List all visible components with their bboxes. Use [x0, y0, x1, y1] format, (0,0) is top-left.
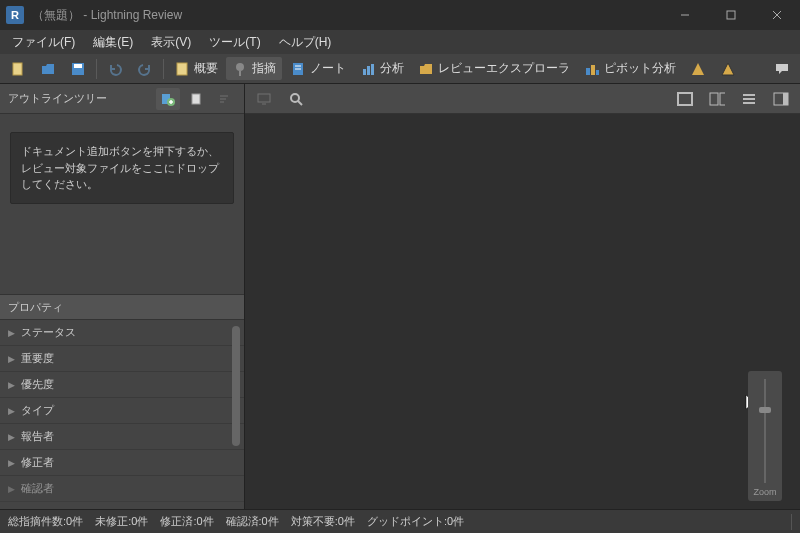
analysis-button[interactable]: 分析: [354, 57, 410, 80]
warning2-button[interactable]: [714, 58, 742, 80]
outline-body[interactable]: ドキュメント追加ボタンを押下するか、レビュー対象ファイルをここにドロップしてくだ…: [0, 114, 244, 294]
split-h-icon: [709, 91, 725, 107]
monitor-button[interactable]: [251, 88, 277, 110]
review-explorer-label: レビューエクスプローラ: [438, 60, 570, 77]
folder-icon: [418, 61, 434, 77]
content-toolbar: [245, 84, 800, 114]
window-title: （無題） - Lightning Review: [32, 7, 662, 24]
chart-icon: [360, 61, 376, 77]
content-area: Zoom: [245, 84, 800, 509]
separator: [163, 59, 164, 79]
pivot-button[interactable]: ピボット分析: [578, 57, 682, 80]
pivot-label: ピボット分析: [604, 60, 676, 77]
prop-fixer[interactable]: ▶修正者: [0, 450, 244, 476]
overview-button[interactable]: 概要: [168, 57, 224, 80]
svg-rect-13: [363, 69, 366, 75]
outline-sort-button[interactable]: [212, 88, 236, 110]
minimize-button[interactable]: [662, 0, 708, 30]
prop-type[interactable]: ▶タイプ: [0, 398, 244, 424]
warning-icon: [690, 61, 706, 77]
fullscreen-icon: [677, 91, 693, 107]
menu-view[interactable]: 表示(V): [143, 31, 199, 54]
chat-button[interactable]: [768, 58, 796, 80]
svg-line-30: [298, 101, 302, 105]
prop-status[interactable]: ▶ステータス: [0, 320, 244, 346]
document-icon: [174, 61, 190, 77]
list-icon: [741, 91, 757, 107]
review-explorer-button[interactable]: レビューエクスプローラ: [412, 57, 576, 80]
open-button[interactable]: [34, 58, 62, 80]
search-button[interactable]: [283, 88, 309, 110]
outline-add-button[interactable]: [156, 88, 180, 110]
app-icon: R: [6, 6, 24, 24]
main-area: アウトラインツリー ドキュメント追加ボタンを押下するか、レビュー対象ファイルをこ…: [0, 84, 800, 509]
redo-icon: [137, 61, 153, 77]
menu-help[interactable]: ヘルプ(H): [271, 31, 340, 54]
panel-right-icon: [773, 91, 789, 107]
menu-tool[interactable]: ツール(T): [201, 31, 268, 54]
new-button[interactable]: [4, 58, 32, 80]
status-separator: [791, 514, 792, 530]
zoom-thumb[interactable]: [759, 407, 771, 413]
prop-confirmer[interactable]: ▶確認者: [0, 476, 244, 502]
svg-rect-15: [371, 64, 374, 75]
svg-rect-7: [177, 63, 187, 75]
menu-file[interactable]: ファイル(F): [4, 31, 83, 54]
folder-open-icon: [40, 61, 56, 77]
pin-icon: [232, 61, 248, 77]
props-header: プロパティ: [0, 294, 244, 320]
status-good: グッドポイント:0件: [367, 514, 464, 529]
titlebar: R （無題） - Lightning Review: [0, 0, 800, 30]
list-view-button[interactable]: [736, 88, 762, 110]
status-total: 総指摘件数:0件: [8, 514, 83, 529]
maximize-button[interactable]: [708, 0, 754, 30]
note-label: ノート: [310, 60, 346, 77]
scrollbar-thumb[interactable]: [232, 326, 240, 446]
svg-rect-1: [727, 11, 735, 19]
prop-severity[interactable]: ▶重要度: [0, 346, 244, 372]
prop-label: 優先度: [21, 377, 54, 392]
close-button[interactable]: [754, 0, 800, 30]
prop-priority[interactable]: ▶優先度: [0, 372, 244, 398]
prop-reporter[interactable]: ▶報告者: [0, 424, 244, 450]
menubar: ファイル(F) 編集(E) 表示(V) ツール(T) ヘルプ(H): [0, 30, 800, 54]
svg-point-8: [236, 63, 244, 71]
fullscreen-button[interactable]: [672, 88, 698, 110]
svg-rect-16: [586, 68, 590, 75]
split-h-button[interactable]: [704, 88, 730, 110]
prop-label: 重要度: [21, 351, 54, 366]
chat-icon: [774, 61, 790, 77]
svg-rect-31: [678, 93, 692, 105]
svg-rect-38: [783, 93, 788, 105]
prop-label: 修正者: [21, 455, 54, 470]
warning2-icon: [720, 61, 736, 77]
drop-hint: ドキュメント追加ボタンを押下するか、レビュー対象ファイルをここにドロップしてくだ…: [10, 132, 234, 204]
warning-button[interactable]: [684, 58, 712, 80]
sidebar: アウトラインツリー ドキュメント追加ボタンを押下するか、レビュー対象ファイルをこ…: [0, 84, 245, 509]
prop-label: ステータス: [21, 325, 76, 340]
save-button[interactable]: [64, 58, 92, 80]
zoom-slider[interactable]: Zoom: [748, 371, 782, 501]
outline-doc-button[interactable]: [184, 88, 208, 110]
panel-right-button[interactable]: [768, 88, 794, 110]
caret-icon: ▶: [8, 484, 15, 494]
undo-button[interactable]: [101, 58, 129, 80]
prop-label: 報告者: [21, 429, 54, 444]
svg-rect-18: [596, 70, 599, 75]
zoom-track[interactable]: [764, 379, 766, 483]
svg-rect-33: [720, 93, 725, 105]
svg-rect-4: [13, 63, 22, 75]
undo-icon: [107, 61, 123, 77]
caret-icon: ▶: [8, 406, 15, 416]
prop-label: 確認者: [21, 481, 54, 496]
statusbar: 総指摘件数:0件 未修正:0件 修正済:0件 確認済:0件 対策不要:0件 グッ…: [0, 509, 800, 533]
redo-button[interactable]: [131, 58, 159, 80]
caret-icon: ▶: [8, 354, 15, 364]
note-button[interactable]: ノート: [284, 57, 352, 80]
menu-edit[interactable]: 編集(E): [85, 31, 141, 54]
svg-point-29: [291, 94, 299, 102]
issue-button[interactable]: 指摘: [226, 57, 282, 80]
prop-label: タイプ: [21, 403, 54, 418]
analysis-label: 分析: [380, 60, 404, 77]
caret-icon: ▶: [8, 380, 15, 390]
